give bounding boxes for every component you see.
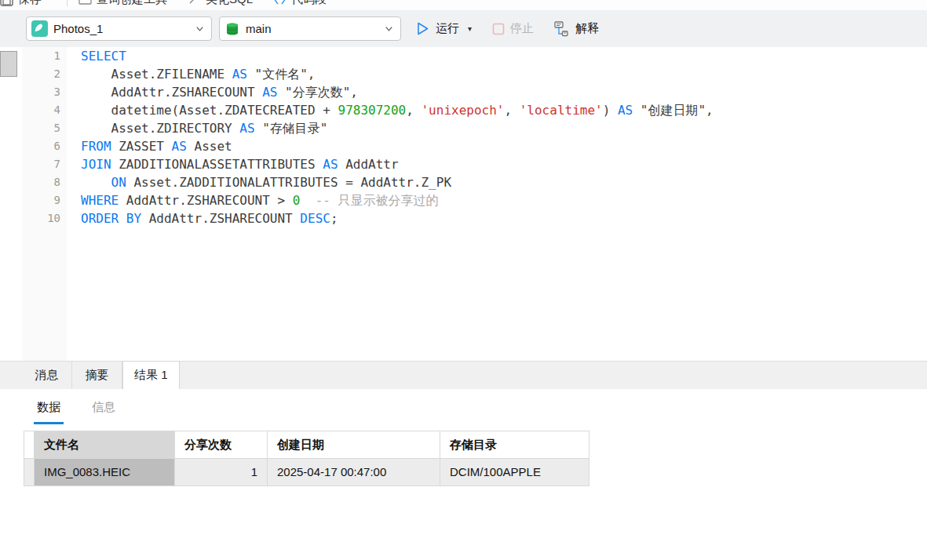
code-token-kw: FROM xyxy=(81,139,111,154)
column-header[interactable]: 创建日期 xyxy=(268,431,440,459)
line-number-gutter: 12345678910 xyxy=(22,47,67,361)
code-line[interactable]: AddAttr.ZSHARECOUNT AS "分享次数", xyxy=(81,83,927,101)
tab-摘要[interactable]: 摘要 xyxy=(72,362,122,389)
code-token-pl: Asset xyxy=(187,139,232,154)
top-toolbar-clipped: 保存 查询创建工具 美化SQL 代码段 xyxy=(0,0,927,10)
code-line[interactable]: Asset.ZDIRECTORY AS "存储目录" xyxy=(81,119,927,137)
connection-value: Photos_1 xyxy=(48,22,195,35)
code-token-str: 'localtime' xyxy=(520,103,603,118)
sql-editor[interactable]: 12345678910 SELECT Asset.ZFILENAME AS "文… xyxy=(0,47,927,361)
sql-code[interactable]: SELECT Asset.ZFILENAME AS "文件名", AddAttr… xyxy=(81,47,927,227)
code-token-str: 'unixepoch' xyxy=(421,103,504,118)
beautify-sql-button[interactable]: 美化SQL xyxy=(188,0,253,7)
code-line[interactable]: WHERE AddAttr.ZSHARECOUNT > 0 -- 只显示被分享过… xyxy=(81,191,927,209)
line-number: 3 xyxy=(22,83,67,101)
code-token-pl: Asset.ZFILENAME xyxy=(81,67,232,82)
connection-select[interactable]: Photos_1 xyxy=(26,16,212,41)
code-token-num: 0 xyxy=(293,193,301,208)
column-header[interactable]: 存储目录 xyxy=(440,431,589,459)
collapsed-panel-handle[interactable] xyxy=(0,51,17,77)
explain-icon xyxy=(553,20,570,38)
code-token-pl: AddAttr.ZSHARECOUNT > xyxy=(119,193,293,208)
code-token-pl: "存储目录" xyxy=(255,121,328,136)
table-row: IMG_0083.HEIC12025-04-17 00:47:00DCIM/10… xyxy=(24,459,589,486)
save-icon xyxy=(0,0,13,6)
query-toolbar: Photos_1 main 运行 ▾ 停止 xyxy=(0,10,927,47)
stop-button[interactable]: 停止 xyxy=(492,21,534,36)
tab-消息[interactable]: 消息 xyxy=(22,362,72,389)
line-number: 6 xyxy=(22,137,67,155)
code-token-pl: ; xyxy=(330,211,338,226)
database-icon xyxy=(224,21,240,37)
table-cell[interactable]: 2025-04-17 00:47:00 xyxy=(268,459,440,486)
code-token-kw: DESC xyxy=(300,211,330,226)
stop-label: 停止 xyxy=(510,21,534,36)
code-line[interactable]: FROM ZASSET AS Asset xyxy=(81,137,927,155)
query-builder-button[interactable]: 查询创建工具 xyxy=(78,0,167,7)
code-line[interactable]: ON Asset.ZADDITIONALATTRIBUTES = AddAttr… xyxy=(81,173,927,191)
code-token-kw: AS xyxy=(172,139,187,154)
code-token-kw: AS xyxy=(618,103,633,118)
row-selector[interactable] xyxy=(24,459,35,486)
line-number: 4 xyxy=(22,101,67,119)
beautify-sql-label: 美化SQL xyxy=(206,0,253,7)
line-number: 2 xyxy=(22,65,67,83)
query-builder-label: 查询创建工具 xyxy=(97,0,167,7)
code-line[interactable]: Asset.ZFILENAME AS "文件名", xyxy=(81,65,927,83)
code-snippet-icon xyxy=(273,0,286,6)
table-cell[interactable]: DCIM/100APPLE xyxy=(440,459,589,486)
code-token-pl: , xyxy=(504,103,519,118)
beautify-sql-icon xyxy=(188,0,201,6)
line-number: 10 xyxy=(22,209,67,227)
code-snippet-label: 代码段 xyxy=(291,0,327,7)
code-token-pl: Asset.ZDIRECTORY xyxy=(81,121,239,136)
database-value: main xyxy=(240,22,384,35)
code-token-pl: AddAttr.ZSHARECOUNT xyxy=(141,211,300,226)
code-token-pl: datetime(Asset.ZDATECREATED + xyxy=(81,103,338,118)
grid-header-row: 文件名分享次数创建日期存储目录 xyxy=(24,431,589,459)
code-line[interactable]: datetime(Asset.ZDATECREATED + 978307200,… xyxy=(81,101,927,119)
save-label: 保存 xyxy=(18,0,42,7)
query-builder-icon xyxy=(78,0,92,6)
subtab-数据[interactable]: 数据 xyxy=(34,394,64,424)
code-token-cmt: -- 只显示被分享过的 xyxy=(300,193,438,208)
tab-结果 1[interactable]: 结果 1 xyxy=(122,361,180,389)
code-token-pl: AddAttr xyxy=(338,157,399,172)
line-number: 1 xyxy=(22,47,67,65)
chevron-down-icon xyxy=(384,24,394,34)
explain-button[interactable]: 解释 xyxy=(553,20,599,38)
code-token-kw: ON xyxy=(111,175,126,190)
explain-label: 解释 xyxy=(575,21,599,36)
run-button[interactable]: 运行 ▾ xyxy=(415,21,472,36)
save-button[interactable]: 保存 xyxy=(0,0,42,7)
column-header[interactable]: 文件名 xyxy=(35,431,175,459)
row-selector-header[interactable] xyxy=(24,431,35,459)
code-token-pl: "分享次数", xyxy=(277,85,358,100)
code-token-pl: Asset.ZADDITIONALATTRIBUTES = AddAttr.Z_… xyxy=(126,175,451,190)
code-token-kw: ORDER BY xyxy=(81,211,141,226)
column-header[interactable]: 分享次数 xyxy=(175,431,268,459)
run-dropdown-caret[interactable]: ▾ xyxy=(468,24,472,33)
line-number: 5 xyxy=(22,119,67,137)
code-snippet-button[interactable]: 代码段 xyxy=(273,0,327,7)
selected-cell[interactable]: IMG_0083.HEIC xyxy=(35,459,175,486)
code-line[interactable]: JOIN ZADDITIONALASSETATTRIBUTES AS AddAt… xyxy=(81,155,927,173)
run-icon xyxy=(415,21,430,36)
database-select[interactable]: main xyxy=(219,16,401,41)
code-token-kw: AS xyxy=(262,85,277,100)
result-pane: 数据信息 文件名分享次数创建日期存储目录 IMG_0083.HEIC12025-… xyxy=(0,389,927,560)
code-line[interactable]: ORDER BY AddAttr.ZSHARECOUNT DESC; xyxy=(81,209,927,227)
code-token-kw: AS xyxy=(232,67,247,82)
table-cell[interactable]: 1 xyxy=(175,459,268,486)
sqlite-connection-icon xyxy=(31,20,48,37)
code-token-pl: AddAttr.ZSHARECOUNT xyxy=(81,85,262,100)
result-grid: 文件名分享次数创建日期存储目录 IMG_0083.HEIC12025-04-17… xyxy=(24,431,589,486)
code-token-kw: WHERE xyxy=(81,193,119,208)
stop-icon xyxy=(492,23,505,35)
subtab-信息[interactable]: 信息 xyxy=(89,394,119,424)
code-token-pl: "创建日期", xyxy=(633,103,713,118)
toolbar-separator xyxy=(67,0,68,6)
code-token-pl: ZADDITIONALASSETATTRIBUTES xyxy=(111,157,323,172)
query-editor-window: 保存 查询创建工具 美化SQL 代码段 Photos_1 xyxy=(0,0,927,560)
code-line[interactable]: SELECT xyxy=(81,47,927,65)
